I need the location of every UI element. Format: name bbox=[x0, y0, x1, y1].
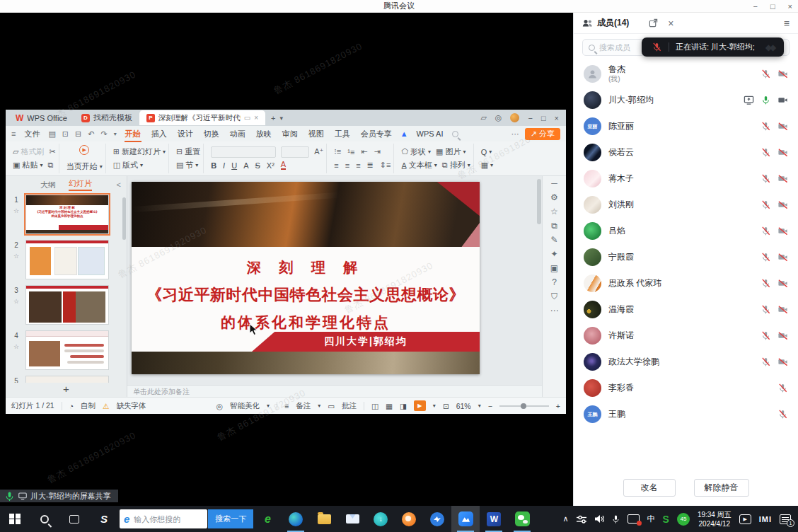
ribbon-search-icon[interactable] bbox=[452, 131, 458, 137]
taskbar-clock[interactable]: 19:34 周五2024/4/12 bbox=[698, 510, 732, 528]
play-from-current-button[interactable]: 当页开始▾ bbox=[66, 161, 103, 172]
wps-restore-icon[interactable]: □ bbox=[541, 114, 546, 122]
tray-mic-icon[interactable] bbox=[612, 514, 620, 524]
camera-off-icon[interactable] bbox=[777, 252, 788, 262]
popout-panel-icon[interactable] bbox=[649, 18, 658, 28]
member-row[interactable]: 王鹏 王鹏 bbox=[584, 401, 788, 427]
line-spacing-icon[interactable]: ⇕≡ bbox=[380, 161, 391, 170]
italic-button[interactable]: I bbox=[223, 161, 225, 170]
member-row[interactable]: 鲁杰(我) bbox=[584, 61, 788, 87]
member-row[interactable]: 许斯诺 bbox=[584, 323, 788, 349]
layout-pane-icon[interactable]: ▣ bbox=[550, 264, 558, 272]
copy-icon[interactable]: ⧉ bbox=[47, 161, 53, 170]
mic-muted-icon[interactable] bbox=[761, 226, 771, 236]
thumbnail-scrollbar[interactable] bbox=[122, 197, 126, 240]
mic-muted-icon[interactable] bbox=[761, 357, 771, 367]
camera-off-icon[interactable] bbox=[777, 330, 788, 341]
slide-layout-button[interactable]: ◫版式▾ bbox=[113, 160, 143, 170]
member-row[interactable]: 思政系 代家玮 bbox=[584, 270, 788, 296]
member-row[interactable]: 川大-郭绍均 bbox=[584, 87, 788, 113]
camera-off-icon[interactable] bbox=[777, 226, 788, 236]
imi-tray-icon[interactable]: IMI bbox=[759, 515, 772, 524]
redo-icon[interactable]: ↷ bbox=[100, 129, 107, 139]
new-slide-button[interactable]: ⊞新建幻灯片▾ bbox=[113, 146, 166, 157]
increase-indent-icon[interactable]: ⇥ bbox=[374, 147, 381, 156]
wps-workspace-icon[interactable]: ▱ bbox=[480, 113, 486, 122]
notes-bar[interactable]: 单击此处添加备注 bbox=[127, 385, 542, 397]
font-color-button[interactable]: A bbox=[281, 161, 286, 170]
slide-thumbnail-3[interactable]: 3☆ bbox=[7, 285, 121, 325]
decrease-indent-icon[interactable]: ⇤ bbox=[361, 147, 367, 156]
new-tab-icon[interactable]: + bbox=[271, 114, 275, 122]
camera-off-icon[interactable] bbox=[777, 200, 788, 210]
battery-manager-icon[interactable]: 45 bbox=[677, 513, 690, 526]
arrange-button[interactable]: ⧉排列▾ bbox=[442, 160, 470, 170]
zoom-level[interactable]: 61% bbox=[456, 402, 471, 410]
tencent-meeting-icon[interactable] bbox=[451, 506, 480, 532]
fill-brush-icon[interactable]: ✎ bbox=[550, 236, 557, 244]
align-right-icon[interactable]: ≡ bbox=[356, 161, 360, 170]
volume-icon[interactable] bbox=[594, 514, 604, 524]
reset-button[interactable]: ⊟重置 bbox=[176, 146, 200, 157]
print-preview-icon[interactable]: ⊟ bbox=[75, 129, 81, 139]
maximize-icon[interactable]: □ bbox=[770, 2, 775, 11]
mic-muted-icon[interactable] bbox=[761, 252, 771, 262]
find-replace-button[interactable]: Q▾ bbox=[481, 148, 492, 156]
mic-muted-icon[interactable] bbox=[777, 409, 788, 420]
wps-home-tab[interactable]: W WPS Office bbox=[8, 111, 74, 125]
camera-off-icon[interactable] bbox=[777, 147, 788, 158]
member-row[interactable]: 宁殿霞 bbox=[584, 244, 788, 270]
member-row[interactable]: 亚丽 陈亚丽 bbox=[584, 113, 788, 139]
panel-menu-icon[interactable]: ≡ bbox=[784, 18, 790, 29]
print-icon[interactable]: ⊡ bbox=[62, 129, 69, 139]
shapes-pane-icon[interactable]: ⧉ bbox=[551, 221, 557, 230]
minimize-icon[interactable]: − bbox=[753, 2, 757, 11]
slide-sorter-icon[interactable]: ▦ bbox=[386, 402, 393, 410]
bold-button[interactable]: B bbox=[211, 161, 216, 170]
align-left-icon[interactable]: ≡ bbox=[334, 161, 338, 170]
sogou-ime-icon[interactable]: S bbox=[663, 514, 669, 525]
member-row[interactable]: 吕焰 bbox=[584, 218, 788, 244]
taskbar-search-input[interactable] bbox=[134, 515, 207, 524]
wps-global-icon[interactable]: ◎ bbox=[495, 113, 502, 122]
camera-off-icon[interactable] bbox=[777, 304, 788, 315]
taskbar-search-icon[interactable] bbox=[30, 506, 59, 532]
member-row[interactable]: 政法大学徐鹏 bbox=[584, 349, 788, 375]
menu-transition[interactable]: 切换 bbox=[202, 129, 221, 139]
camera-off-icon[interactable] bbox=[777, 173, 788, 184]
menu-animation[interactable]: 动画 bbox=[228, 129, 248, 139]
slide-thumbnail-2[interactable]: 2☆ bbox=[7, 240, 121, 279]
screen-record-icon[interactable] bbox=[628, 514, 640, 524]
shapes-button[interactable]: ⬠形状▾ bbox=[401, 146, 431, 157]
undo-icon[interactable]: ↶ bbox=[88, 129, 94, 139]
zoom-in-icon[interactable]: + bbox=[556, 402, 560, 410]
reading-view-icon[interactable]: ◨ bbox=[400, 402, 407, 410]
zoom-slider[interactable] bbox=[499, 405, 549, 407]
wps-minimize-icon[interactable]: − bbox=[528, 114, 532, 122]
wechat-icon[interactable] bbox=[508, 506, 536, 532]
mic-muted-icon[interactable] bbox=[777, 383, 788, 393]
collapse-panel-icon[interactable]: < bbox=[117, 180, 121, 189]
outline-tab[interactable]: 大纲 bbox=[40, 180, 56, 190]
edge-icon[interactable] bbox=[282, 506, 310, 532]
bullets-icon[interactable]: ⁝≡ bbox=[334, 147, 341, 156]
add-slide-button[interactable]: + bbox=[6, 383, 127, 397]
ime-indicator[interactable]: 中 bbox=[647, 514, 655, 524]
green-browser-icon[interactable]: e bbox=[253, 506, 282, 532]
camera-off-icon[interactable] bbox=[777, 69, 788, 79]
wps-ai-entry[interactable]: WPS AI bbox=[415, 129, 446, 138]
char-spacing-button[interactable]: A bbox=[243, 161, 248, 170]
mic-muted-icon[interactable] bbox=[761, 121, 771, 132]
smart-beautify-icon[interactable]: ✦ bbox=[550, 250, 557, 258]
taskbar-search-box[interactable]: e bbox=[120, 509, 207, 528]
menu-home[interactable]: 开始 bbox=[123, 129, 143, 139]
menu-insert[interactable]: 插入 bbox=[149, 129, 169, 139]
slide-thumbnail-1[interactable]: 1☆ 深 刻 理 解 《习近平新时代中国特色社会主义思想概论》 的体系化和学理化… bbox=[7, 195, 121, 234]
menu-more-chevron-icon[interactable]: ▾ bbox=[114, 131, 117, 137]
word-icon[interactable]: W bbox=[480, 506, 508, 532]
mic-muted-icon[interactable] bbox=[761, 69, 771, 79]
mic-muted-icon[interactable] bbox=[761, 278, 771, 289]
slides-tab[interactable]: 幻灯片 bbox=[69, 178, 92, 191]
wps-document-tab[interactable]: P 深刻理解《习近平新时代中国 ▭ × bbox=[139, 110, 265, 125]
camera-off-icon[interactable] bbox=[777, 278, 788, 289]
